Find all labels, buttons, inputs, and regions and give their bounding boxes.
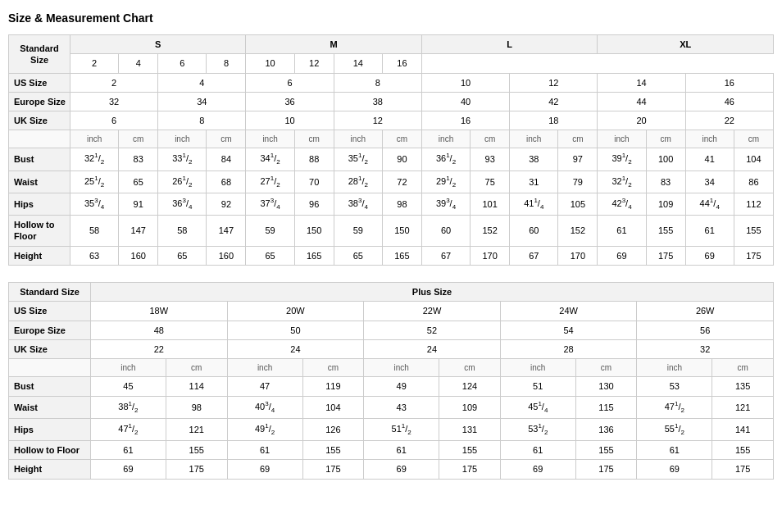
us-14: 14: [334, 54, 382, 73]
cm-unit: cm: [382, 130, 421, 148]
us-26w: 26W: [637, 302, 774, 321]
waist-18w-inch: 381/2: [91, 396, 166, 418]
height-label: Height: [9, 246, 70, 265]
cm-unit: cm: [294, 130, 334, 148]
hollow-s2-inch: 58: [70, 216, 119, 247]
hollow-20w-inch: 61: [227, 441, 302, 460]
us-18w: 18W: [91, 302, 228, 321]
inch-unit: inch: [421, 130, 470, 148]
hips-s2-cm: 91: [119, 193, 158, 215]
height-18w-inch: 69: [91, 460, 166, 479]
height-s4-cm: 160: [207, 246, 246, 265]
eu-38: 38: [334, 92, 421, 111]
us-12-val: 12: [510, 73, 598, 92]
eu-36: 36: [246, 92, 334, 111]
hips-xl14-inch: 423/4: [598, 193, 646, 215]
height-s4-inch: 65: [158, 246, 207, 265]
height-m6-cm: 165: [294, 246, 334, 265]
bust-l12-inch: 38: [510, 148, 558, 171]
hips-20w-cm: 126: [302, 418, 364, 440]
height-26w-inch: 69: [637, 460, 712, 479]
hollow-26w-inch: 61: [637, 441, 712, 460]
inch-unit: inch: [598, 130, 646, 148]
uk-24p2: 24: [364, 339, 501, 358]
hollow-xl16-cm: 155: [734, 216, 773, 247]
hollow-l12-inch: 60: [510, 216, 558, 247]
bust-s4-cm: 84: [207, 148, 246, 171]
eu-56: 56: [637, 321, 774, 339]
us-4: 4: [119, 54, 158, 73]
bust-m6-inch: 341/2: [246, 148, 294, 171]
bust-label: Bust: [9, 148, 70, 171]
hips-m8-inch: 383/4: [334, 193, 382, 215]
eu-34: 34: [158, 92, 246, 111]
bust-l10-cm: 93: [471, 148, 510, 171]
hips-xl16-inch: 441/4: [685, 193, 734, 215]
us-22w: 22W: [364, 302, 501, 321]
us-12: 12: [294, 54, 334, 73]
hips-label: Hips: [9, 193, 70, 215]
uk-18: 18: [510, 111, 598, 130]
cm-unit: cm: [712, 359, 774, 377]
uk-16: 16: [421, 111, 509, 130]
waist-xl16-inch: 34: [685, 171, 734, 193]
hollow-24w-inch: 61: [500, 441, 575, 460]
hollow-18w-cm: 155: [166, 441, 227, 460]
inch-unit: inch: [510, 130, 558, 148]
bust-m8-inch: 351/2: [334, 148, 382, 171]
bust-18w-inch: 45: [91, 377, 166, 396]
eu-50: 50: [227, 321, 364, 339]
hips-20w-inch: 491/2: [227, 418, 302, 440]
us-6: 6: [158, 54, 207, 73]
us-8: 8: [207, 54, 246, 73]
bust-xl16-cm: 104: [734, 148, 773, 171]
us-24w: 24W: [500, 302, 637, 321]
cm-unit: cm: [166, 359, 227, 377]
hollow-18w-inch: 61: [91, 441, 166, 460]
hollow-s4-cm: 147: [207, 216, 246, 247]
us-8-val: 8: [334, 73, 421, 92]
us-6-val: 6: [246, 73, 334, 92]
waist-l12-cm: 79: [558, 171, 598, 193]
plus-size-table: Standard Size Plus Size US Size 18W 20W …: [8, 282, 774, 480]
waist-xl14-cm: 83: [646, 171, 685, 193]
bust-xl14-inch: 391/2: [598, 148, 646, 171]
eu-size-label2: Europe Size: [9, 321, 91, 339]
hips-22w-inch: 511/2: [364, 418, 439, 440]
waist-l10-inch: 291/2: [421, 171, 470, 193]
hips-24w-inch: 531/2: [500, 418, 575, 440]
eu-44: 44: [598, 92, 685, 111]
bust-m6-cm: 88: [294, 148, 334, 171]
bust-26w-cm: 135: [712, 377, 774, 396]
xl-header: XL: [598, 35, 774, 54]
bust-20w-inch: 47: [227, 377, 302, 396]
hollow-s4-inch: 58: [158, 216, 207, 247]
bust-s4-inch: 331/2: [158, 148, 207, 171]
bust-l12-cm: 97: [558, 148, 598, 171]
uk-20: 20: [598, 111, 685, 130]
height-20w-cm: 175: [302, 460, 364, 479]
inch-unit: inch: [364, 359, 439, 377]
hips-s4-inch: 363/4: [158, 193, 207, 215]
height-26w-cm: 175: [712, 460, 774, 479]
eu-52: 52: [364, 321, 501, 339]
hips-xl16-cm: 112: [734, 193, 773, 215]
height-m6-inch: 65: [246, 246, 294, 265]
hollow-22w-cm: 155: [439, 441, 501, 460]
hollow-s2-cm: 147: [119, 216, 158, 247]
hips-s2-inch: 353/4: [70, 193, 119, 215]
height-s2-inch: 63: [70, 246, 119, 265]
bust-l10-inch: 361/2: [421, 148, 470, 171]
uk-24p: 24: [227, 339, 364, 358]
inch-unit: inch: [334, 130, 382, 148]
hollow-l10-inch: 60: [421, 216, 470, 247]
m-header: M: [246, 35, 421, 54]
height-18w-cm: 175: [166, 460, 227, 479]
us-4-val: 4: [158, 73, 246, 92]
us-16-val: 16: [685, 73, 773, 92]
eu-46: 46: [685, 92, 773, 111]
waist-s4-inch: 261/2: [158, 171, 207, 193]
hips-xl14-cm: 109: [646, 193, 685, 215]
waist-m8-inch: 281/2: [334, 171, 382, 193]
waist-l10-cm: 75: [471, 171, 510, 193]
